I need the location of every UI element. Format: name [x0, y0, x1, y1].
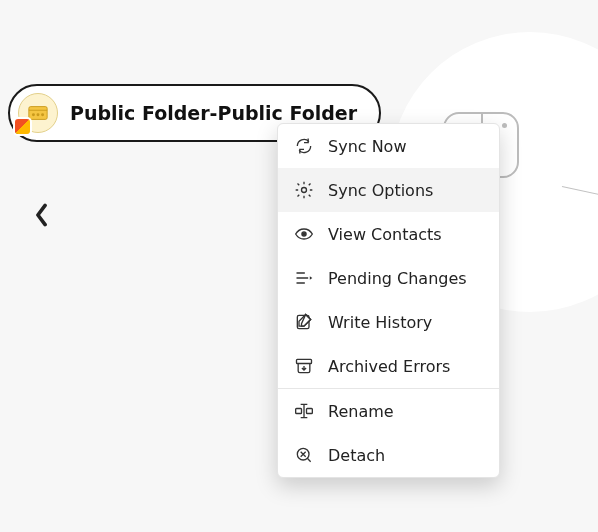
menu-item-archived-errors[interactable]: Archived Errors	[278, 344, 499, 388]
svg-point-5	[302, 232, 306, 236]
detach-icon	[294, 445, 314, 465]
eye-icon	[294, 224, 314, 244]
app-canvas: Public Folder-Public Folder Sync Now Syn…	[0, 0, 598, 532]
menu-item-label: View Contacts	[328, 225, 483, 244]
menu-item-label: Sync Options	[328, 181, 483, 200]
svg-point-2	[37, 113, 40, 116]
menu-item-label: Write History	[328, 313, 483, 332]
back-button[interactable]	[27, 201, 55, 229]
menu-item-detach[interactable]: Detach	[278, 433, 499, 477]
edit-icon	[294, 312, 314, 332]
menu-item-view-contacts[interactable]: View Contacts	[278, 212, 499, 256]
archive-icon	[294, 356, 314, 376]
menu-item-pending-changes[interactable]: Pending Changes	[278, 256, 499, 300]
menu-item-label: Rename	[328, 402, 483, 421]
svg-point-3	[41, 113, 44, 116]
source-chip-label: Public Folder-Public Folder	[70, 102, 357, 124]
menu-item-sync-options[interactable]: Sync Options	[278, 168, 499, 212]
svg-rect-7	[297, 359, 312, 363]
menu-item-label: Detach	[328, 446, 483, 465]
context-menu: Sync Now Sync Options View Contacts Pend…	[277, 123, 500, 478]
rename-icon	[294, 401, 314, 421]
menu-item-label: Pending Changes	[328, 269, 483, 288]
menu-item-label: Sync Now	[328, 137, 483, 156]
chevron-left-icon	[34, 203, 49, 227]
gear-icon	[294, 180, 314, 200]
menu-item-rename[interactable]: Rename	[278, 389, 499, 433]
svg-rect-8	[296, 409, 302, 414]
refresh-icon	[294, 136, 314, 156]
svg-rect-9	[307, 409, 313, 414]
pending-icon	[294, 268, 314, 288]
svg-point-4	[302, 188, 307, 193]
svg-rect-0	[29, 107, 47, 120]
office-365-icon	[15, 119, 30, 134]
menu-item-label: Archived Errors	[328, 357, 483, 376]
svg-point-1	[32, 113, 35, 116]
menu-item-sync-now[interactable]: Sync Now	[278, 124, 499, 168]
public-folder-icon	[18, 93, 58, 133]
menu-item-write-history[interactable]: Write History	[278, 300, 499, 344]
